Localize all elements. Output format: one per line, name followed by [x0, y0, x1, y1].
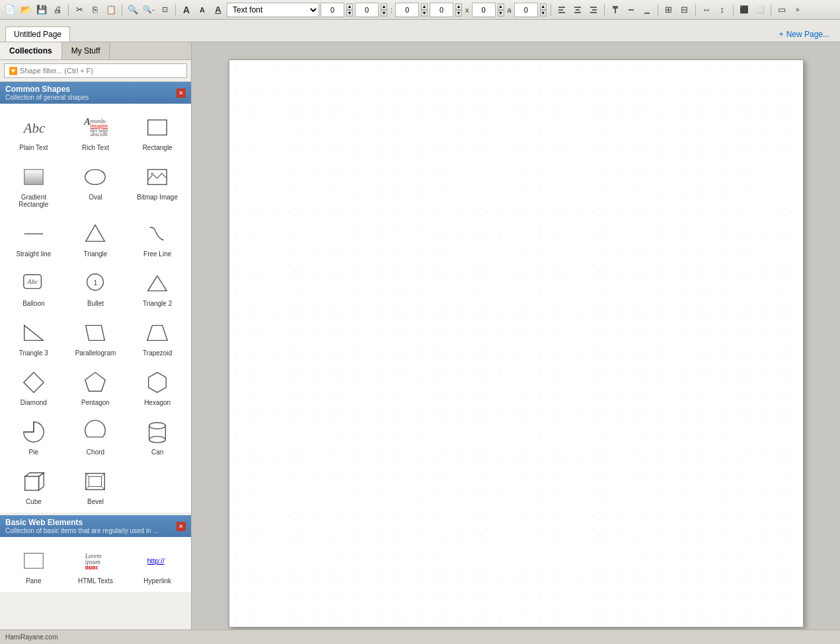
spin-up-5[interactable]: ▲ — [498, 3, 504, 10]
shape-oval[interactable]: Oval — [66, 157, 126, 211]
valign-top-icon[interactable] — [608, 3, 623, 17]
shape-trapezoid[interactable]: Trapezoid — [128, 313, 187, 360]
my-stuff-tab[interactable]: My Stuff — [62, 42, 110, 59]
shape-hexagon[interactable]: Hexagon — [128, 363, 187, 410]
spin-up-1[interactable]: ▲ — [346, 3, 353, 10]
zoom-out-icon[interactable]: 🔍- — [141, 3, 156, 17]
align-center-icon[interactable] — [570, 3, 585, 17]
collections-tab[interactable]: Collections — [0, 42, 62, 59]
valign-mid-icon[interactable] — [624, 3, 638, 17]
shape-hyperlink[interactable]: http:// Hyperlink — [128, 541, 187, 588]
common-shapes-title: Common Shapes — [5, 85, 89, 94]
svg-rect-56 — [24, 554, 44, 569]
shape-free-line[interactable]: Free Line — [128, 214, 187, 261]
hyperlink-label: Hyperlink — [143, 577, 171, 585]
svg-rect-21 — [24, 170, 44, 185]
num-input-3[interactable] — [395, 3, 419, 17]
num-input-1[interactable] — [321, 3, 344, 17]
shape-triangle3[interactable]: Triangle 3 — [4, 313, 63, 360]
align-left-icon[interactable] — [554, 3, 569, 17]
shape-bullet[interactable]: 1 Bullet — [66, 264, 126, 310]
cut-icon[interactable]: ✂ — [72, 3, 87, 17]
send-back-icon[interactable]: ⬜ — [753, 3, 767, 17]
size-v-icon[interactable]: ↕ — [715, 3, 730, 17]
shape-bevel[interactable]: Bevel — [66, 462, 126, 509]
shape-triangle[interactable]: Triangle — [66, 214, 126, 261]
spin-up-4[interactable]: ▲ — [455, 3, 462, 10]
shape-straight-line[interactable]: Straight line — [4, 214, 63, 261]
new-page-button[interactable]: + New Page... — [774, 27, 835, 42]
watermark-text: HamiRayane.com — [5, 633, 57, 641]
size-h-icon[interactable]: ↔ — [699, 3, 714, 17]
dist-v-icon[interactable]: ⊟ — [677, 3, 692, 17]
canvas-page[interactable] — [229, 59, 804, 627]
spin-up-6[interactable]: ▲ — [540, 3, 547, 10]
shape-rectangle[interactable]: Rectangle — [128, 108, 187, 155]
spin-up-2[interactable]: ▲ — [381, 3, 387, 10]
new-doc-icon[interactable]: 📄 — [3, 3, 17, 17]
oval-icon — [80, 162, 110, 192]
shape-balloon[interactable]: Abc Balloon — [4, 264, 63, 310]
shape-can[interactable]: Can — [128, 412, 187, 459]
font-family-select[interactable]: Text font — [227, 3, 319, 17]
print-icon[interactable]: 🖨 — [50, 3, 65, 17]
align-right-icon[interactable] — [586, 3, 601, 17]
new-page-label[interactable]: New Page... — [786, 30, 829, 39]
bullet-label: Bullet — [87, 300, 104, 307]
shape-parallelogram[interactable]: Parallelogram — [66, 313, 126, 360]
valign-bot-icon[interactable] — [640, 3, 654, 17]
shapes-scroll-area[interactable]: Common Shapes Collection of general shap… — [0, 82, 191, 644]
common-shapes-close[interactable]: ✕ — [176, 89, 186, 98]
shape-chord[interactable]: Chord — [66, 412, 126, 459]
svg-rect-44 — [25, 476, 39, 490]
shape-filter-input[interactable] — [4, 63, 187, 78]
sep5 — [604, 4, 605, 16]
sep1 — [68, 4, 69, 16]
spin-dn-1[interactable]: ▼ — [346, 10, 353, 17]
zoom-in-icon[interactable]: 🔍 — [126, 3, 140, 17]
num-input-6[interactable] — [514, 3, 538, 17]
svg-marker-35 — [24, 373, 44, 392]
shape-rich-text[interactable]: A mundu imagine dei tannin abscidlt Rich… — [66, 108, 126, 155]
page-tab[interactable]: Untitled Page — [5, 26, 70, 42]
shape-gradient-rect[interactable]: Gradient Rectangle — [4, 157, 63, 211]
zoom-fit-icon[interactable]: ⊡ — [157, 3, 172, 17]
window-icon[interactable]: ▭ — [775, 3, 789, 17]
shape-triangle2[interactable]: Triangle 2 — [128, 264, 187, 310]
spin-up-3[interactable]: ▲ — [421, 3, 428, 10]
trapezoid-icon — [142, 318, 172, 348]
font-larger-icon[interactable]: A — [179, 3, 194, 17]
spin-dn-4[interactable]: ▼ — [455, 10, 462, 17]
num-input-5[interactable] — [472, 3, 496, 17]
open-icon[interactable]: 📂 — [19, 3, 33, 17]
save-icon[interactable]: 💾 — [34, 3, 49, 17]
shape-diamond[interactable]: Diamond — [4, 363, 63, 410]
shape-pane[interactable]: Pane — [4, 541, 63, 588]
bring-front-icon[interactable]: ⬛ — [737, 3, 751, 17]
num-input-2[interactable] — [355, 3, 379, 17]
shape-html-texts[interactable]: Lorem ipsum nunc HTML Texts — [66, 541, 126, 588]
shape-cube[interactable]: Cube — [4, 462, 63, 509]
spin-dn-5[interactable]: ▼ — [498, 10, 504, 17]
num-input-4[interactable] — [430, 3, 453, 17]
sep8 — [733, 4, 734, 16]
dist-h-icon[interactable]: ⊞ — [662, 3, 676, 17]
spin-dn-3[interactable]: ▼ — [421, 10, 428, 17]
svg-marker-36 — [85, 373, 105, 392]
shape-plain-text[interactable]: Abc Plain Text — [4, 108, 63, 155]
shape-pie[interactable]: Pie — [4, 412, 63, 459]
more-icon[interactable]: » — [790, 3, 805, 17]
basic-web-title: Basic Web Elements — [5, 518, 159, 527]
font-underline-icon[interactable]: A — [211, 3, 225, 17]
shape-bitmap[interactable]: Bitmap Image — [128, 157, 187, 211]
font-smaller-icon[interactable]: A — [195, 3, 210, 17]
bullet-icon: 1 — [80, 268, 110, 299]
basic-web-close[interactable]: ✕ — [176, 522, 186, 531]
canvas-area[interactable] — [192, 42, 840, 644]
shape-pentagon[interactable]: Pentagon — [66, 363, 126, 410]
copy-icon[interactable]: ⎘ — [88, 3, 102, 17]
paste-icon[interactable]: 📋 — [104, 3, 118, 17]
spin-dn-6[interactable]: ▼ — [540, 10, 547, 17]
spin-dn-2[interactable]: ▼ — [381, 10, 387, 17]
html-texts-label: HTML Texts — [78, 577, 113, 585]
